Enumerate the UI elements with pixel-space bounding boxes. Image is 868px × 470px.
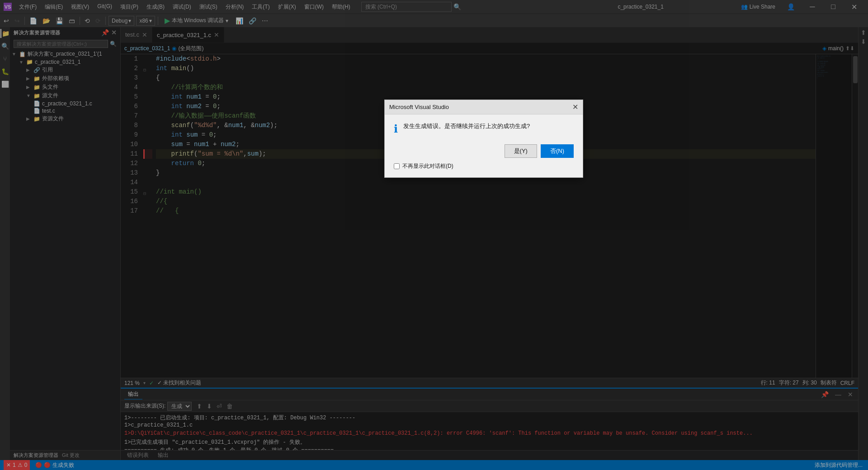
- dialog-dont-show-checkbox[interactable]: [394, 163, 400, 169]
- dialog-titlebar: Microsoft Visual Studio ✕: [385, 100, 583, 114]
- dialog-overlay[interactable]: Microsoft Visual Studio ✕ ℹ 发生生成错误。是否继续并…: [0, 0, 868, 470]
- dialog-yes-button[interactable]: 是(Y): [505, 144, 537, 158]
- dialog-text: 发生生成错误。是否继续并运行上次的成功生成?: [403, 122, 530, 131]
- dialog-title: Microsoft Visual Studio: [389, 104, 449, 110]
- dialog-close-button[interactable]: ✕: [572, 103, 578, 111]
- dialog-checkbox-area: 不再显示此对话框(D): [394, 162, 574, 170]
- dialog-checkbox-label: 不再显示此对话框(D): [402, 162, 453, 170]
- dialog: Microsoft Visual Studio ✕ ℹ 发生生成错误。是否继续并…: [384, 100, 583, 178]
- dialog-buttons: 是(Y) 否(N): [394, 144, 574, 158]
- dialog-no-button[interactable]: 否(N): [541, 144, 574, 158]
- dialog-message: ℹ 发生生成错误。是否继续并运行上次的成功生成?: [394, 122, 574, 135]
- dialog-info-icon: ℹ: [394, 123, 398, 135]
- dialog-body: ℹ 发生生成错误。是否继续并运行上次的成功生成? 是(Y) 否(N) 不再显示此…: [385, 114, 583, 177]
